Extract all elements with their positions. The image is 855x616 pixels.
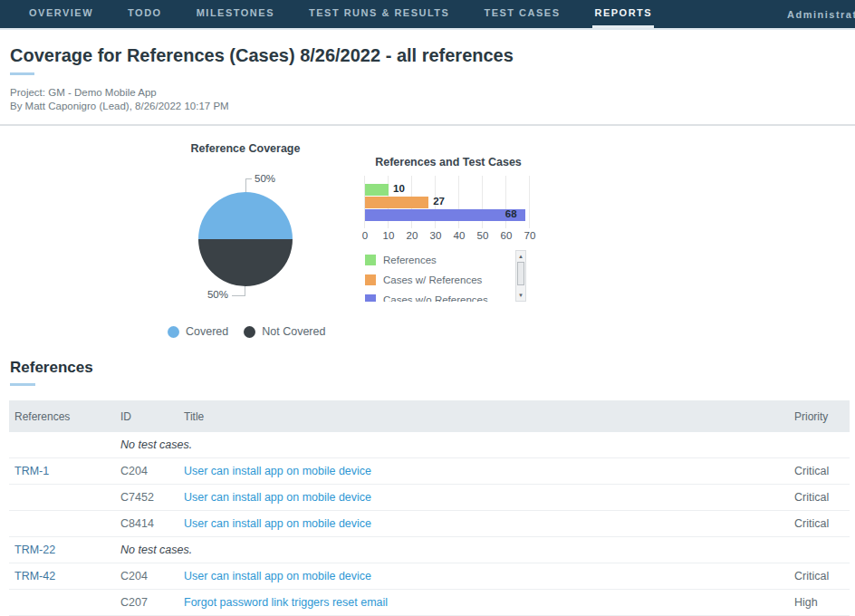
x-axis-tick: 0 (362, 230, 368, 241)
legend-label-cases-without-references: Cases w/o References (383, 294, 488, 302)
legend-item-cases-without-references[interactable]: Cases w/o References (365, 290, 526, 302)
tab-milestones[interactable]: Milestones (195, 0, 276, 28)
x-axis-tick: 20 (407, 230, 418, 241)
cases-with-references-swatch-icon (365, 274, 376, 285)
x-axis-tick: 60 (501, 230, 513, 241)
case-id: C7452 (120, 491, 184, 504)
top-navigation-bar: Overview Todo Milestones Test Runs & Res… (0, 0, 855, 28)
priority-value: High (794, 596, 850, 609)
tab-administration[interactable]: Administration (787, 0, 855, 28)
report-byline: By Matt Caponigro (Lead), 8/26/2022 10:1… (10, 100, 855, 113)
bar-legend-scroll-area[interactable]: References Cases w/ References Cases w/o… (365, 250, 526, 302)
legend-item-covered[interactable]: Covered (168, 325, 228, 338)
x-axis-tick: 10 (383, 230, 395, 241)
bar-chart-title: References and Test Cases (364, 156, 533, 168)
tab-test-cases[interactable]: Test Cases (482, 0, 562, 28)
bar-value-references: 10 (393, 183, 405, 194)
page-title: Coverage for References (Cases) 8/26/202… (10, 45, 855, 66)
priority-value: Critical (794, 570, 850, 582)
scroll-down-icon[interactable]: ▼ (516, 291, 525, 300)
legend-item-not-covered[interactable]: Not Covered (244, 325, 325, 338)
project-line: Project: GM - Demo Mobile App (10, 86, 855, 100)
col-header-title: Title (184, 410, 794, 423)
case-title-link[interactable]: User can install app on mobile device (184, 517, 794, 530)
nav-bottom-strip (0, 28, 855, 30)
tab-reports[interactable]: Reports (592, 0, 654, 28)
title-accent-underline (10, 72, 34, 75)
no-test-cases-note: No test cases. (120, 438, 850, 451)
legend-label-cases-with-references: Cases w/ References (383, 274, 482, 285)
col-header-references: References (14, 410, 120, 423)
reference-coverage-pie-chart (198, 192, 293, 286)
not-covered-swatch-icon (244, 326, 255, 338)
tab-todo[interactable]: Todo (126, 0, 164, 28)
pie-callout-line-bottom (232, 286, 245, 296)
pie-chart-title: Reference Coverage (145, 142, 346, 155)
reference-link[interactable]: TRM-1 (14, 465, 120, 477)
case-id: C207 (120, 596, 184, 609)
case-id: C8414 (120, 517, 184, 530)
charts-panel: Reference Coverage 50% 50% Covered Not C… (0, 126, 855, 348)
tab-test-runs-results[interactable]: Test Runs & Results (307, 0, 451, 28)
legend-label-covered: Covered (186, 325, 228, 338)
priority-value: Critical (794, 465, 850, 477)
legend-label-not-covered: Not Covered (262, 325, 325, 338)
pie-callout-line-top (245, 178, 252, 193)
pie-slice-label-not-covered: 50% (201, 289, 228, 300)
legend-scrollbar[interactable]: ▲ ▼ (515, 250, 526, 302)
x-axis-tick: 50 (477, 230, 489, 241)
x-axis-tick: 70 (524, 230, 536, 241)
pie-slice-label-covered: 50% (255, 173, 275, 184)
section-accent-underline (10, 383, 35, 386)
case-title-link[interactable]: User can install app on mobile device (184, 465, 794, 477)
scroll-up-icon[interactable]: ▲ (516, 252, 525, 261)
scroll-thumb[interactable] (517, 262, 524, 285)
legend-label-references: References (383, 255, 437, 265)
bar-value-cases-with-references: 27 (433, 196, 445, 207)
table-row: C7452 User can install app on mobile dev… (9, 485, 850, 511)
table-row: No test cases. (9, 432, 850, 458)
priority-value: Critical (794, 517, 850, 530)
legend-item-references[interactable]: References (365, 250, 526, 270)
bar-references (365, 184, 389, 196)
priority-value: Critical (794, 491, 850, 504)
covered-swatch-icon (168, 326, 179, 338)
cases-without-references-swatch-icon (365, 294, 376, 302)
case-title-link[interactable]: Forgot password link triggers reset emai… (184, 596, 794, 609)
x-axis-tick: 30 (430, 230, 442, 241)
table-row: C207 Forgot password link triggers reset… (9, 590, 850, 616)
references-section-heading: References (10, 359, 855, 377)
table-row: TRM-1 C204 User can install app on mobil… (9, 458, 850, 485)
table-row: TRM-42 C204 User can install app on mobi… (9, 563, 850, 590)
legend-item-cases-with-references[interactable]: Cases w/ References (365, 270, 526, 290)
case-title-link[interactable]: User can install app on mobile device (184, 570, 794, 582)
bar-cases-with-references (365, 197, 428, 208)
col-header-id: ID (120, 410, 184, 423)
table-row: C8414 User can install app on mobile dev… (9, 511, 850, 537)
case-id: C204 (120, 570, 184, 582)
table-header-row: References ID Title Priority (9, 400, 850, 432)
bar-value-cases-without-references: 68 (505, 208, 517, 219)
pie-legend: Covered Not Covered (168, 325, 325, 338)
no-test-cases-note: No test cases. (120, 544, 850, 556)
reference-link[interactable]: TRM-42 (14, 570, 120, 582)
col-header-priority: Priority (794, 410, 850, 423)
references-swatch-icon (365, 255, 376, 265)
references-table: References ID Title Priority No test cas… (9, 400, 850, 616)
tab-overview[interactable]: Overview (27, 0, 95, 28)
bar-cases-without-references (365, 209, 525, 221)
reference-link[interactable]: TRM-22 (14, 544, 120, 556)
case-id: C204 (120, 465, 184, 477)
x-axis-tick: 40 (454, 230, 466, 241)
case-title-link[interactable]: User can install app on mobile device (184, 491, 794, 504)
references-test-cases-bar-chart: References and Test Cases 10 27 68 0 10 … (364, 156, 536, 310)
table-row: TRM-22 No test cases. (9, 537, 850, 563)
